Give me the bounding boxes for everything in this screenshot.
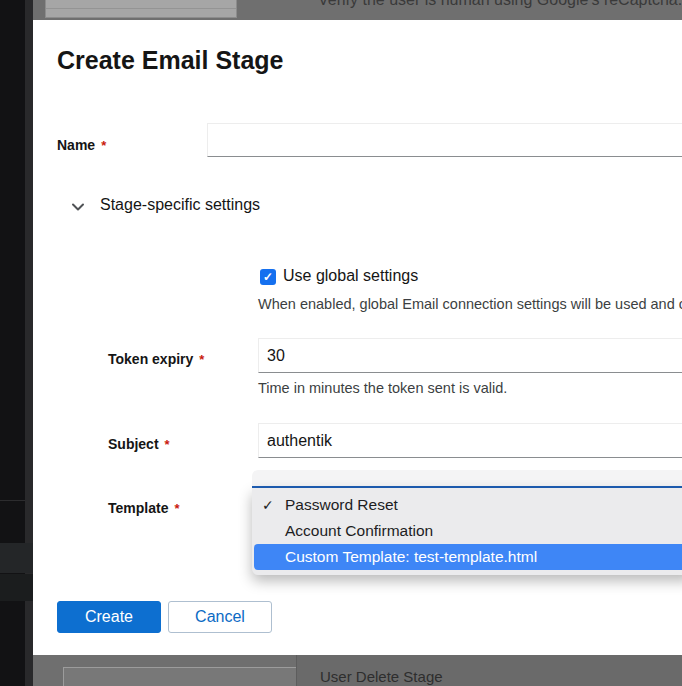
stage-specific-settings-header[interactable]: Stage-specific settings (100, 196, 260, 214)
dropdown-option-account-confirmation[interactable]: Account Confirmation (252, 518, 682, 544)
dropdown-option-custom-template[interactable]: Custom Template: test-template.html (254, 544, 682, 570)
sidebar-item-fragment (0, 543, 33, 573)
required-asterisk: * (174, 501, 179, 516)
cancel-button[interactable]: Cancel (168, 601, 272, 633)
template-dropdown-menu: ✓ Password Reset Account Confirmation Cu… (252, 488, 682, 575)
subject-input[interactable] (258, 423, 682, 458)
template-label-text: Template (108, 500, 168, 516)
name-label-text: Name (57, 137, 95, 153)
required-asterisk: * (101, 138, 106, 153)
use-global-settings-help: When enabled, global Email connection se… (258, 296, 682, 312)
use-global-settings-label[interactable]: Use global settings (283, 267, 418, 285)
subject-label-text: Subject (108, 436, 159, 452)
backdrop-recaptcha-text: Verify the user is human using Google's … (318, 0, 682, 9)
token-expiry-label: Token expiry* (108, 351, 204, 367)
create-button[interactable]: Create (57, 601, 161, 633)
backdrop-column-divider (296, 655, 297, 686)
checkbox-check-icon: ✓ (263, 270, 273, 284)
backdrop-table-line (46, 8, 236, 9)
dropdown-option-password-reset[interactable]: ✓ Password Reset (252, 492, 682, 518)
required-asterisk: * (165, 437, 170, 452)
template-label: Template* (108, 500, 180, 516)
sidebar-item-fragment-dim (0, 574, 33, 601)
modal-title: Create Email Stage (57, 46, 284, 75)
backdrop-user-delete-stage-text: User Delete Stage (320, 668, 443, 685)
dropdown-option-label: Password Reset (285, 496, 398, 513)
use-global-settings-checkbox[interactable]: ✓ (260, 269, 276, 285)
dropdown-option-label: Custom Template: test-template.html (285, 548, 537, 565)
create-email-stage-modal: Create Email Stage Name* Stage-specific … (33, 20, 682, 655)
dropdown-option-label: Account Confirmation (285, 522, 433, 539)
name-input[interactable] (207, 123, 682, 157)
backdrop-table-row-fragment (63, 667, 296, 686)
required-asterisk: * (199, 352, 204, 367)
chevron-down-icon[interactable] (71, 201, 85, 213)
sidebar-divider (0, 500, 25, 501)
name-label: Name* (57, 137, 106, 153)
selected-check-icon: ✓ (262, 492, 274, 518)
template-select[interactable] (252, 470, 682, 486)
subject-label: Subject* (108, 436, 170, 452)
backdrop-table-fragment-top (45, 0, 237, 18)
token-expiry-input[interactable] (258, 338, 682, 373)
screen: Verify the user is human using Google's … (0, 0, 682, 686)
token-expiry-label-text: Token expiry (108, 351, 193, 367)
token-expiry-help: Time in minutes the token sent is valid. (258, 380, 507, 396)
